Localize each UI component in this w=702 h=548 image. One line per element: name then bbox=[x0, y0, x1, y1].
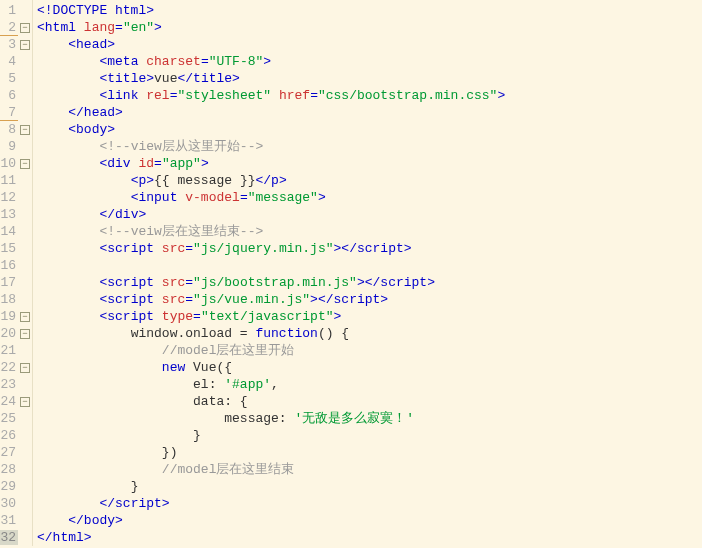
gutter-row: 5 bbox=[0, 70, 32, 87]
fold-spacer bbox=[20, 261, 30, 271]
fold-spacer bbox=[20, 193, 30, 203]
code-line: </div> bbox=[37, 206, 702, 223]
fold-spacer bbox=[20, 431, 30, 441]
fold-spacer bbox=[20, 380, 30, 390]
line-number: 23 bbox=[0, 377, 18, 392]
line-number: 29 bbox=[0, 479, 18, 494]
gutter-row: 21 bbox=[0, 342, 32, 359]
fold-spacer bbox=[20, 227, 30, 237]
fold-spacer bbox=[20, 516, 30, 526]
code-line: <!--veiw层在这里结束--> bbox=[37, 223, 702, 240]
line-number: 2 bbox=[0, 20, 18, 36]
line-number: 28 bbox=[0, 462, 18, 477]
fold-spacer bbox=[20, 6, 30, 16]
code-line: <!--view层从这里开始--> bbox=[37, 138, 702, 155]
code-line: el: '#app', bbox=[37, 376, 702, 393]
line-number: 10 bbox=[0, 156, 18, 171]
line-number: 27 bbox=[0, 445, 18, 460]
line-number: 5 bbox=[0, 71, 18, 86]
line-number: 11 bbox=[0, 173, 18, 188]
line-number: 32 bbox=[0, 530, 18, 545]
code-editor[interactable]: 12−3−45678−910−111213141516171819−20−212… bbox=[0, 0, 702, 546]
fold-spacer bbox=[20, 210, 30, 220]
line-number: 7 bbox=[0, 105, 18, 121]
gutter-row: 4 bbox=[0, 53, 32, 70]
line-number: 31 bbox=[0, 513, 18, 528]
gutter-row: 18 bbox=[0, 291, 32, 308]
code-line: //model层在这里开始 bbox=[37, 342, 702, 359]
gutter-row: 22− bbox=[0, 359, 32, 376]
fold-toggle-icon[interactable]: − bbox=[20, 363, 30, 373]
line-number: 21 bbox=[0, 343, 18, 358]
fold-spacer bbox=[20, 108, 30, 118]
code-line bbox=[37, 257, 702, 274]
gutter-row: 10− bbox=[0, 155, 32, 172]
fold-toggle-icon[interactable]: − bbox=[20, 397, 30, 407]
line-number: 25 bbox=[0, 411, 18, 426]
gutter-row: 14 bbox=[0, 223, 32, 240]
line-number: 12 bbox=[0, 190, 18, 205]
code-line: <head> bbox=[37, 36, 702, 53]
gutter-row: 19− bbox=[0, 308, 32, 325]
line-number: 30 bbox=[0, 496, 18, 511]
code-area[interactable]: <!DOCTYPE html> <html lang="en"> <head> … bbox=[33, 0, 702, 546]
fold-toggle-icon[interactable]: − bbox=[20, 125, 30, 135]
line-number: 3 bbox=[0, 37, 18, 52]
code-line: <title>vue</title> bbox=[37, 70, 702, 87]
fold-spacer bbox=[20, 482, 30, 492]
fold-toggle-icon[interactable]: − bbox=[20, 159, 30, 169]
gutter-row: 20− bbox=[0, 325, 32, 342]
code-line: </html> bbox=[37, 529, 702, 546]
code-line: message: '无敌是多么寂寞！' bbox=[37, 410, 702, 427]
gutter-row: 7 bbox=[0, 104, 32, 121]
gutter-row: 28 bbox=[0, 461, 32, 478]
code-line: <html lang="en"> bbox=[37, 19, 702, 36]
line-number: 16 bbox=[0, 258, 18, 273]
code-line: data: { bbox=[37, 393, 702, 410]
code-line: new Vue({ bbox=[37, 359, 702, 376]
fold-spacer bbox=[20, 142, 30, 152]
fold-spacer bbox=[20, 244, 30, 254]
line-number: 15 bbox=[0, 241, 18, 256]
gutter-row: 26 bbox=[0, 427, 32, 444]
line-number: 18 bbox=[0, 292, 18, 307]
fold-toggle-icon[interactable]: − bbox=[20, 23, 30, 33]
fold-spacer bbox=[20, 295, 30, 305]
gutter-row: 16 bbox=[0, 257, 32, 274]
fold-spacer bbox=[20, 414, 30, 424]
gutter-row: 8− bbox=[0, 121, 32, 138]
code-line: //model层在这里结束 bbox=[37, 461, 702, 478]
line-number: 24 bbox=[0, 394, 18, 409]
fold-toggle-icon[interactable]: − bbox=[20, 312, 30, 322]
code-line: </head> bbox=[37, 104, 702, 121]
gutter-row: 12 bbox=[0, 189, 32, 206]
gutter-row: 27 bbox=[0, 444, 32, 461]
gutter-row: 30 bbox=[0, 495, 32, 512]
gutter-row: 32 bbox=[0, 529, 32, 546]
code-line: <div id="app"> bbox=[37, 155, 702, 172]
code-line: <script type="text/javascript"> bbox=[37, 308, 702, 325]
line-number: 17 bbox=[0, 275, 18, 290]
gutter-row: 6 bbox=[0, 87, 32, 104]
line-number: 14 bbox=[0, 224, 18, 239]
fold-spacer bbox=[20, 278, 30, 288]
line-number: 13 bbox=[0, 207, 18, 222]
fold-toggle-icon[interactable]: − bbox=[20, 40, 30, 50]
line-number: 4 bbox=[0, 54, 18, 69]
code-line: <!DOCTYPE html> bbox=[37, 2, 702, 19]
code-line: </body> bbox=[37, 512, 702, 529]
code-line: <script src="js/jquery.min.js"></script> bbox=[37, 240, 702, 257]
fold-spacer bbox=[20, 533, 30, 543]
fold-spacer bbox=[20, 499, 30, 509]
line-number: 6 bbox=[0, 88, 18, 103]
line-number: 20 bbox=[0, 326, 18, 341]
gutter-row: 3− bbox=[0, 36, 32, 53]
gutter: 12−3−45678−910−111213141516171819−20−212… bbox=[0, 0, 33, 546]
fold-spacer bbox=[20, 91, 30, 101]
line-number: 1 bbox=[0, 3, 18, 18]
gutter-row: 24− bbox=[0, 393, 32, 410]
gutter-row: 29 bbox=[0, 478, 32, 495]
fold-spacer bbox=[20, 57, 30, 67]
fold-toggle-icon[interactable]: − bbox=[20, 329, 30, 339]
code-line: } bbox=[37, 427, 702, 444]
